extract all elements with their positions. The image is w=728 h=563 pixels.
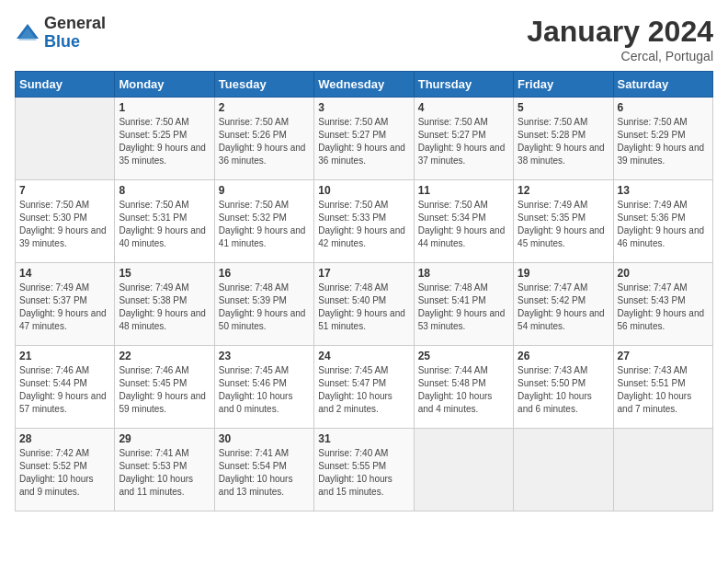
sunrise-text: Sunrise: 7:50 AM bbox=[119, 200, 188, 210]
sunrise-text: Sunrise: 7:50 AM bbox=[119, 117, 188, 127]
daylight-text: Daylight: 10 hours and 11 minutes. bbox=[119, 474, 193, 497]
sunrise-text: Sunrise: 7:50 AM bbox=[518, 117, 587, 127]
daylight-text: Daylight: 9 hours and 44 minutes. bbox=[418, 225, 506, 248]
day-number: 24 bbox=[318, 350, 409, 362]
daylight-text: Daylight: 9 hours and 35 minutes. bbox=[119, 143, 206, 166]
day-info: Sunrise: 7:50 AM Sunset: 5:28 PM Dayligh… bbox=[518, 116, 609, 167]
calendar-cell: 21 Sunrise: 7:46 AM Sunset: 5:44 PM Dayl… bbox=[16, 346, 115, 429]
day-number: 14 bbox=[19, 267, 110, 280]
sunrise-text: Sunrise: 7:41 AM bbox=[219, 448, 289, 458]
calendar-body: 1 Sunrise: 7:50 AM Sunset: 5:25 PM Dayli… bbox=[16, 98, 713, 511]
sunset-text: Sunset: 5:31 PM bbox=[119, 213, 187, 223]
day-number: 12 bbox=[518, 184, 609, 197]
calendar-subtitle: Cercal, Portugal bbox=[527, 49, 713, 63]
sunset-text: Sunset: 5:43 PM bbox=[618, 295, 686, 305]
title-section: January 2024 Cercal, Portugal bbox=[527, 15, 713, 63]
day-info: Sunrise: 7:43 AM Sunset: 5:51 PM Dayligh… bbox=[618, 364, 709, 416]
day-info: Sunrise: 7:49 AM Sunset: 5:38 PM Dayligh… bbox=[119, 282, 210, 333]
day-number: 1 bbox=[119, 101, 210, 114]
day-number: 17 bbox=[318, 267, 409, 280]
day-info: Sunrise: 7:49 AM Sunset: 5:35 PM Dayligh… bbox=[518, 199, 609, 250]
week-row-2: 14 Sunrise: 7:49 AM Sunset: 5:37 PM Dayl… bbox=[16, 263, 713, 346]
calendar-table: Sunday Monday Tuesday Wednesday Thursday… bbox=[15, 71, 713, 511]
sunset-text: Sunset: 5:29 PM bbox=[618, 130, 686, 140]
day-number: 11 bbox=[418, 184, 509, 197]
calendar-cell: 31 Sunrise: 7:40 AM Sunset: 5:55 PM Dayl… bbox=[314, 429, 414, 511]
daylight-text: Daylight: 10 hours and 6 minutes. bbox=[518, 391, 592, 414]
calendar-cell: 5 Sunrise: 7:50 AM Sunset: 5:28 PM Dayli… bbox=[514, 98, 613, 180]
day-number: 30 bbox=[219, 432, 310, 445]
calendar-cell: 29 Sunrise: 7:41 AM Sunset: 5:53 PM Dayl… bbox=[115, 429, 214, 511]
day-number: 6 bbox=[618, 101, 709, 114]
sunset-text: Sunset: 5:44 PM bbox=[19, 378, 87, 388]
daylight-text: Daylight: 10 hours and 0 minutes. bbox=[219, 391, 293, 414]
day-number: 10 bbox=[318, 184, 409, 197]
header-row: Sunday Monday Tuesday Wednesday Thursday… bbox=[16, 72, 713, 98]
sunrise-text: Sunrise: 7:50 AM bbox=[318, 117, 388, 127]
daylight-text: Daylight: 9 hours and 47 minutes. bbox=[19, 308, 107, 331]
day-number: 19 bbox=[518, 267, 609, 280]
calendar-cell: 13 Sunrise: 7:49 AM Sunset: 5:36 PM Dayl… bbox=[613, 180, 712, 263]
day-info: Sunrise: 7:50 AM Sunset: 5:27 PM Dayligh… bbox=[318, 116, 409, 167]
calendar-cell: 27 Sunrise: 7:43 AM Sunset: 5:51 PM Dayl… bbox=[613, 346, 712, 429]
logo-general-text: General bbox=[44, 14, 106, 32]
calendar-cell: 26 Sunrise: 7:43 AM Sunset: 5:50 PM Dayl… bbox=[514, 346, 613, 429]
day-number: 25 bbox=[418, 350, 509, 362]
calendar-header: Sunday Monday Tuesday Wednesday Thursday… bbox=[16, 72, 713, 98]
sunset-text: Sunset: 5:52 PM bbox=[19, 461, 87, 471]
daylight-text: Daylight: 10 hours and 4 minutes. bbox=[418, 391, 493, 414]
calendar-cell: 12 Sunrise: 7:49 AM Sunset: 5:35 PM Dayl… bbox=[514, 180, 613, 263]
day-info: Sunrise: 7:44 AM Sunset: 5:48 PM Dayligh… bbox=[418, 364, 509, 416]
daylight-text: Daylight: 9 hours and 41 minutes. bbox=[219, 225, 306, 248]
daylight-text: Daylight: 9 hours and 40 minutes. bbox=[119, 225, 206, 248]
sunrise-text: Sunrise: 7:41 AM bbox=[119, 448, 188, 458]
day-info: Sunrise: 7:48 AM Sunset: 5:41 PM Dayligh… bbox=[418, 282, 509, 333]
day-number: 26 bbox=[518, 350, 609, 362]
sunrise-text: Sunrise: 7:46 AM bbox=[119, 365, 188, 375]
calendar-cell: 7 Sunrise: 7:50 AM Sunset: 5:30 PM Dayli… bbox=[16, 180, 115, 263]
daylight-text: Daylight: 9 hours and 51 minutes. bbox=[318, 308, 405, 331]
daylight-text: Daylight: 9 hours and 36 minutes. bbox=[318, 143, 405, 166]
daylight-text: Daylight: 9 hours and 45 minutes. bbox=[518, 225, 605, 248]
sunrise-text: Sunrise: 7:49 AM bbox=[19, 282, 89, 293]
calendar-cell: 1 Sunrise: 7:50 AM Sunset: 5:25 PM Dayli… bbox=[115, 98, 214, 180]
day-number: 7 bbox=[19, 184, 110, 197]
calendar-cell: 15 Sunrise: 7:49 AM Sunset: 5:38 PM Dayl… bbox=[115, 263, 214, 346]
sunrise-text: Sunrise: 7:50 AM bbox=[19, 200, 89, 210]
logo-icon bbox=[15, 20, 40, 46]
sunset-text: Sunset: 5:39 PM bbox=[219, 295, 287, 305]
day-number: 2 bbox=[219, 101, 310, 114]
day-info: Sunrise: 7:41 AM Sunset: 5:54 PM Dayligh… bbox=[219, 447, 310, 499]
day-info: Sunrise: 7:49 AM Sunset: 5:37 PM Dayligh… bbox=[19, 282, 110, 333]
sunset-text: Sunset: 5:38 PM bbox=[119, 295, 187, 305]
day-info: Sunrise: 7:47 AM Sunset: 5:42 PM Dayligh… bbox=[518, 282, 609, 333]
sunset-text: Sunset: 5:55 PM bbox=[318, 461, 386, 471]
day-number: 23 bbox=[219, 350, 310, 362]
sunset-text: Sunset: 5:45 PM bbox=[119, 378, 187, 388]
header-wednesday: Wednesday bbox=[314, 72, 414, 98]
calendar-cell: 10 Sunrise: 7:50 AM Sunset: 5:33 PM Dayl… bbox=[314, 180, 414, 263]
sunrise-text: Sunrise: 7:48 AM bbox=[219, 282, 289, 293]
sunrise-text: Sunrise: 7:40 AM bbox=[318, 448, 388, 458]
day-info: Sunrise: 7:47 AM Sunset: 5:43 PM Dayligh… bbox=[618, 282, 709, 333]
daylight-text: Daylight: 9 hours and 57 minutes. bbox=[19, 391, 107, 414]
sunset-text: Sunset: 5:26 PM bbox=[219, 130, 287, 140]
sunset-text: Sunset: 5:46 PM bbox=[219, 378, 287, 388]
calendar-cell: 8 Sunrise: 7:50 AM Sunset: 5:31 PM Dayli… bbox=[115, 180, 214, 263]
week-row-4: 28 Sunrise: 7:42 AM Sunset: 5:52 PM Dayl… bbox=[16, 429, 713, 511]
daylight-text: Daylight: 9 hours and 48 minutes. bbox=[119, 308, 206, 331]
day-info: Sunrise: 7:49 AM Sunset: 5:36 PM Dayligh… bbox=[618, 199, 709, 250]
calendar-cell bbox=[613, 429, 712, 511]
daylight-text: Daylight: 9 hours and 39 minutes. bbox=[19, 225, 107, 248]
header-thursday: Thursday bbox=[414, 72, 513, 98]
week-row-0: 1 Sunrise: 7:50 AM Sunset: 5:25 PM Dayli… bbox=[16, 98, 713, 180]
calendar-cell: 24 Sunrise: 7:45 AM Sunset: 5:47 PM Dayl… bbox=[314, 346, 414, 429]
day-info: Sunrise: 7:45 AM Sunset: 5:47 PM Dayligh… bbox=[318, 364, 409, 416]
day-number: 8 bbox=[119, 184, 210, 197]
daylight-text: Daylight: 9 hours and 38 minutes. bbox=[518, 143, 605, 166]
sunset-text: Sunset: 5:28 PM bbox=[518, 130, 586, 140]
day-info: Sunrise: 7:46 AM Sunset: 5:45 PM Dayligh… bbox=[119, 364, 210, 416]
calendar-cell: 16 Sunrise: 7:48 AM Sunset: 5:39 PM Dayl… bbox=[214, 263, 313, 346]
day-number: 16 bbox=[219, 267, 310, 280]
calendar-cell: 28 Sunrise: 7:42 AM Sunset: 5:52 PM Dayl… bbox=[16, 429, 115, 511]
